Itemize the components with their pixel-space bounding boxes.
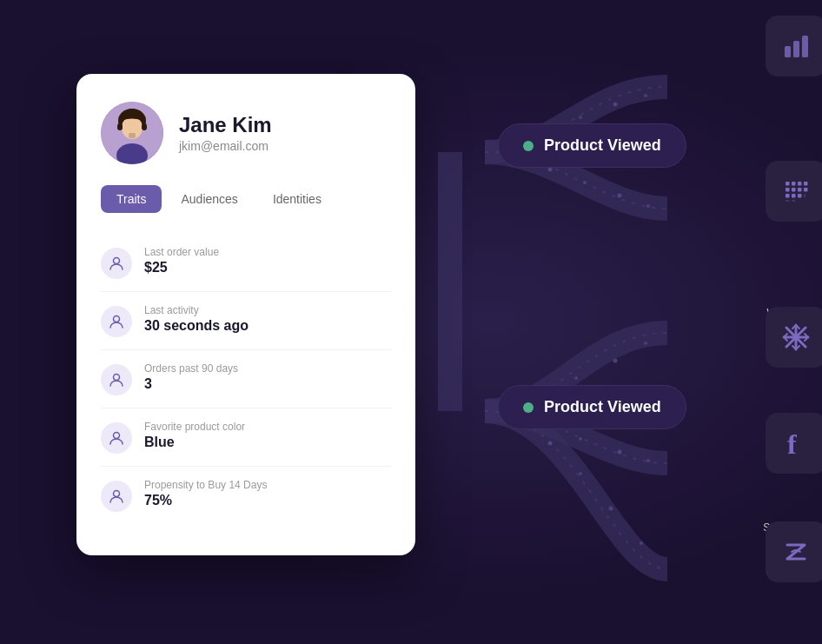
- svg-point-22: [613, 359, 618, 363]
- svg-point-29: [579, 472, 582, 475]
- svg-rect-41: [798, 188, 802, 192]
- trait-content-last-activity: Last activity 30 seconds ago: [144, 304, 249, 334]
- svg-rect-39: [786, 188, 790, 192]
- svg-point-28: [548, 442, 553, 446]
- svg-rect-35: [786, 182, 790, 186]
- svg-point-9: [114, 375, 120, 381]
- trait-value-last-activity: 30 seconds ago: [144, 318, 249, 334]
- svg-point-11: [114, 491, 120, 497]
- connection-paths: [415, 0, 822, 644]
- trait-fav-color: Favorite product color Blue: [101, 408, 391, 467]
- event-dot-1: [523, 141, 534, 151]
- trait-icon-last-order: [101, 248, 132, 279]
- profile-name: Jane Kim: [179, 113, 272, 138]
- trait-icon-fav-color: [101, 422, 132, 454]
- profile-info: Jane Kim jkim@email.com: [179, 113, 272, 154]
- svg-point-27: [646, 459, 650, 462]
- profile-email: jkim@email.com: [179, 139, 272, 153]
- event-dot-2: [523, 402, 534, 413]
- event-bubble-2: Product Viewed: [498, 385, 686, 429]
- svg-rect-32: [785, 46, 791, 57]
- trait-last-activity: Last activity 30 seconds ago: [101, 292, 391, 350]
- svg-rect-36: [792, 182, 796, 186]
- trait-label-last-activity: Last activity: [144, 304, 249, 316]
- event-bubble-1: Product Viewed: [498, 123, 686, 168]
- avatar: [101, 102, 163, 164]
- svg-point-15: [644, 94, 647, 97]
- trait-label-propensity: Propensity to Buy 14 Days: [144, 479, 267, 491]
- svg-point-8: [114, 316, 120, 322]
- svg-point-25: [579, 437, 582, 441]
- tab-audiences[interactable]: Audiences: [165, 185, 253, 213]
- trait-propensity: Propensity to Buy 14 Days 75%: [101, 467, 391, 524]
- trait-value-propensity: 75%: [144, 493, 267, 508]
- svg-point-10: [114, 433, 120, 439]
- svg-point-18: [618, 194, 622, 198]
- profile-header: Jane Kim jkim@email.com: [101, 102, 391, 164]
- trait-content-fav-color: Favorite product color Blue: [144, 421, 245, 450]
- svg-text:f: f: [787, 428, 797, 459]
- svg-point-53: [793, 335, 799, 341]
- svg-rect-38: [804, 182, 808, 186]
- svg-rect-6: [142, 123, 147, 130]
- event-label-1: Product Viewed: [544, 136, 661, 155]
- svg-point-7: [114, 258, 120, 264]
- trait-label-last-order: Last order value: [144, 246, 219, 258]
- trait-content-propensity: Propensity to Buy 14 Days 75%: [144, 479, 267, 508]
- svg-rect-46: [804, 194, 805, 198]
- svg-point-23: [644, 342, 647, 345]
- trait-label-fav-color: Favorite product color: [144, 421, 245, 433]
- trait-orders-90: Orders past 90 days 3: [101, 350, 391, 408]
- svg-point-14: [613, 103, 618, 107]
- trait-label-orders-90: Orders past 90 days: [144, 362, 238, 375]
- svg-rect-40: [792, 188, 796, 192]
- dest-analytics-icon-box: [766, 16, 822, 76]
- trait-content-orders-90: Orders past 90 days 3: [144, 362, 238, 392]
- trait-value-fav-color: Blue: [144, 435, 245, 450]
- svg-rect-5: [117, 123, 123, 130]
- svg-point-30: [609, 507, 613, 511]
- event-label-2: Product Viewed: [544, 398, 661, 416]
- svg-point-31: [640, 541, 643, 545]
- trait-value-last-order: $25: [144, 260, 219, 276]
- svg-point-26: [618, 450, 622, 455]
- svg-point-17: [583, 181, 587, 184]
- tabs-container: Traits Audiences Identities: [101, 185, 391, 213]
- trait-icon-last-activity: [101, 306, 132, 337]
- tab-traits[interactable]: Traits: [101, 185, 162, 213]
- trait-content-last-order: Last order value $25: [144, 246, 219, 276]
- svg-rect-37: [798, 182, 802, 186]
- svg-rect-34: [802, 36, 808, 57]
- svg-point-16: [548, 168, 553, 172]
- svg-rect-4: [129, 133, 136, 138]
- svg-rect-43: [786, 194, 790, 198]
- svg-point-19: [646, 204, 650, 208]
- dest-sales-icon-box: [766, 521, 822, 582]
- svg-rect-45: [798, 194, 802, 198]
- dest-messaging-icon-box: [766, 161, 822, 222]
- svg-rect-47: [786, 200, 790, 202]
- trait-icon-propensity: [101, 481, 132, 512]
- svg-point-21: [574, 376, 578, 380]
- right-panel: Product Viewed Product Viewed Analytics …: [415, 0, 822, 644]
- profile-card: Jane Kim jkim@email.com Traits Audiences…: [76, 74, 415, 555]
- svg-rect-33: [793, 41, 799, 57]
- svg-rect-44: [792, 194, 796, 198]
- trait-icon-orders-90: [101, 364, 132, 395]
- trait-last-order: Last order value $25: [101, 234, 391, 292]
- dest-warehouses-icon-box: [766, 307, 822, 368]
- svg-point-13: [579, 116, 582, 119]
- tab-identities[interactable]: Identities: [257, 185, 337, 213]
- svg-rect-48: [792, 200, 796, 202]
- trait-value-orders-90: 3: [144, 376, 238, 392]
- dest-advertising-icon-box: f: [766, 413, 822, 474]
- svg-rect-42: [804, 188, 808, 192]
